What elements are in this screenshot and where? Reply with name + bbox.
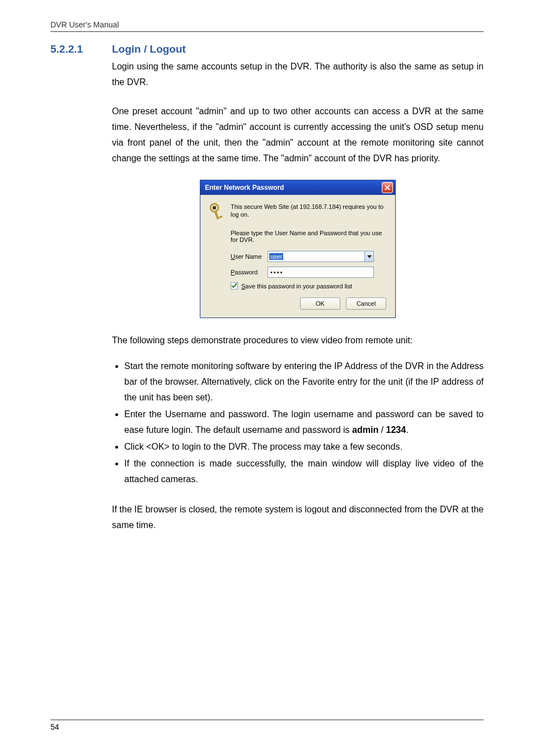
save-password-checkbox[interactable]	[231, 282, 238, 290]
dialog-message-1: This secure Web Site (at 192.168.7.184) …	[231, 203, 386, 219]
save-password-label: Save this password in your password list	[241, 283, 352, 290]
check-icon	[231, 283, 237, 289]
chevron-down-icon	[367, 255, 372, 258]
step-1: Start the remote monitoring software by …	[124, 358, 484, 405]
paragraph-4: If the IE browser is closed, the remote …	[112, 502, 484, 533]
svg-rect-3	[219, 216, 223, 218]
footer-rule	[50, 720, 484, 720]
paragraph-3: The following steps demonstrate procedur…	[112, 333, 484, 348]
close-button[interactable]	[382, 182, 393, 193]
key-icon	[209, 203, 225, 224]
username-label: User Name	[231, 253, 268, 260]
header-rule	[50, 31, 484, 32]
section-title: Login / Logout	[112, 43, 186, 55]
steps-list: Start the remote monitoring software by …	[112, 358, 484, 487]
close-icon	[385, 185, 390, 190]
step-3: Click <OK> to login to the DVR. The proc…	[124, 439, 484, 455]
svg-rect-2	[214, 211, 219, 220]
password-input[interactable]: ••••	[268, 267, 374, 278]
password-label: Password	[231, 269, 268, 276]
page-footer: 54	[50, 720, 484, 731]
running-header: DVR User's Manual	[50, 20, 484, 29]
section-heading: 5.2.2.1 Login / Logout	[50, 43, 484, 55]
login-dialog: Enter Network Password	[200, 180, 396, 318]
step-4: If the connection is made successfully, …	[124, 456, 484, 487]
username-value: user	[269, 253, 283, 260]
page-number: 54	[50, 722, 484, 731]
section-number: 5.2.2.1	[50, 43, 112, 55]
password-value: ••••	[270, 269, 283, 276]
username-dropdown-button[interactable]	[365, 251, 374, 262]
ok-button[interactable]: OK	[300, 297, 340, 310]
paragraph-2: One preset account "admin" and up to two…	[112, 104, 484, 166]
dialog-title: Enter Network Password	[205, 184, 284, 192]
cancel-button[interactable]: Cancel	[346, 297, 386, 310]
dialog-message-2: Please type the User Name and Password t…	[231, 230, 386, 243]
dialog-titlebar: Enter Network Password	[200, 180, 395, 195]
username-input[interactable]: user	[268, 251, 374, 262]
svg-point-1	[213, 206, 216, 209]
step-2: Enter the Username and password. The log…	[124, 407, 484, 438]
paragraph-1: Login using the same accounts setup in t…	[112, 59, 484, 90]
